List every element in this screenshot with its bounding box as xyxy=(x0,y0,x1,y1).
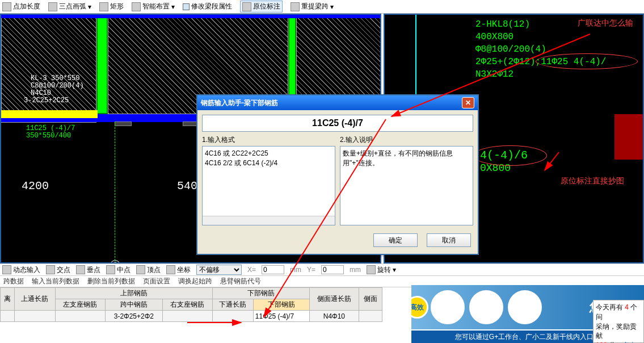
tool-three-arc[interactable]: 三点画弧▾ xyxy=(48,2,91,11)
snap-perp[interactable]: 垂点 xyxy=(76,265,100,275)
dialog-title-bar[interactable]: 钢筋输入助手-梁下部钢筋 ✕ xyxy=(197,95,478,110)
chevron-down-icon: ▾ xyxy=(171,3,175,11)
tab-page-setup[interactable]: 页面设置 xyxy=(143,277,170,286)
cell[interactable] xyxy=(1,311,15,322)
cell[interactable] xyxy=(55,311,105,322)
perp-icon xyxy=(76,265,85,274)
col-head[interactable]: 侧面 xyxy=(359,288,382,311)
col-head[interactable]: 侧面通长筋 xyxy=(309,288,359,311)
tool-label: 坐标 xyxy=(177,265,191,275)
tool-redo-span[interactable]: 重提梁跨▾ xyxy=(291,2,334,11)
chevron-down-icon: ▾ xyxy=(330,3,334,11)
beam-label: C8@100/200(4) xyxy=(31,82,84,90)
tab-swap-start[interactable]: 调换起始跨 xyxy=(178,277,212,286)
main-toolbar: 点加长度 三点画弧▾ 矩形 智能布置▾ 修改梁段属性 原位标注 重提梁跨▾ xyxy=(0,0,644,14)
grip xyxy=(115,122,132,126)
avatar xyxy=(508,290,542,324)
tab-cant-code[interactable]: 悬臂钢筋代号 xyxy=(220,277,261,286)
chevron-down-icon: ▾ xyxy=(393,266,396,274)
col-head[interactable]: 跨中钢筋 xyxy=(105,299,162,311)
tool-label: 原位标注 xyxy=(253,2,280,11)
checkbox-icon xyxy=(183,3,190,10)
offset-x-input[interactable] xyxy=(262,265,284,274)
beam-label: 400X800 xyxy=(475,32,513,42)
cell[interactable] xyxy=(14,311,55,322)
avatar xyxy=(469,290,503,324)
tool-label: 顶点 xyxy=(147,265,161,275)
cell[interactable]: 3-2Φ25+2Φ2 xyxy=(105,311,162,322)
rotate-button[interactable]: 旋转▾ xyxy=(367,265,396,275)
dyn-input-button[interactable]: 动态输入 xyxy=(2,265,40,275)
badge-icon: 高效 xyxy=(411,296,428,319)
tab-current-col[interactable]: 输入当前列数据 xyxy=(32,277,79,286)
cell[interactable] xyxy=(162,311,212,322)
cell[interactable] xyxy=(212,311,253,322)
cell[interactable]: N4Φ10 xyxy=(309,311,359,322)
col-head[interactable]: 下通长筋 xyxy=(212,299,253,311)
mark-icon xyxy=(242,2,251,11)
pink-block xyxy=(614,114,643,160)
format-list[interactable]: 4C16 或 2C22+2C25 4C16 2/2 或 6C14 (-2)/4 xyxy=(202,146,335,225)
col-head[interactable]: 上通长筋 xyxy=(14,288,55,311)
tool-smart-place[interactable]: 智能布置▾ xyxy=(132,2,175,11)
snap-mid[interactable]: 中点 xyxy=(106,265,131,275)
column xyxy=(96,15,108,114)
tool-label: 修改梁段属性 xyxy=(191,2,232,11)
col-head[interactable]: 左支座钢筋 xyxy=(55,299,105,311)
snap-toolbar: 动态输入 交点 垂点 中点 顶点 坐标 不偏移 X=mm Y=mm 旋转▾ xyxy=(0,263,644,276)
tool-edit-beam[interactable]: 修改梁段属性 xyxy=(183,2,232,11)
notice-line: 今天再有 4 个问 xyxy=(596,303,641,322)
beam xyxy=(1,15,381,18)
tool-label: 动态输入 xyxy=(13,265,40,275)
tool-label: 智能布置 xyxy=(142,2,170,11)
beam-label: Φ8@100/200(4) xyxy=(475,44,546,55)
snap-coord[interactable]: 坐标 xyxy=(166,265,191,275)
desc-heading: 2.输入说明 xyxy=(340,135,473,145)
scrollbar[interactable] xyxy=(203,216,335,225)
offset-y-input[interactable] xyxy=(321,265,344,274)
dialog-body: 1.输入格式 4C16 或 2C22+2C25 4C16 2/2 或 6C14 … xyxy=(197,110,478,254)
cancel-button[interactable]: 取消 xyxy=(427,233,471,247)
format-heading: 1.输入格式 xyxy=(202,135,335,145)
chevron-down-icon: ▾ xyxy=(88,3,91,11)
axis-line xyxy=(115,122,115,263)
tool-add-length[interactable]: 点加长度 xyxy=(2,2,40,11)
mid-icon xyxy=(106,265,115,274)
rect-icon xyxy=(99,2,108,11)
end-icon xyxy=(136,265,145,274)
offset-select[interactable]: 不偏移 xyxy=(196,265,242,275)
tool-rect[interactable]: 矩形 xyxy=(99,2,124,11)
cell-editing[interactable]: 11Φ25 (-4)/7 xyxy=(253,311,309,322)
notice-line: 100 分，点击查看 xyxy=(596,341,641,343)
table-row[interactable]: 3-2Φ25+2Φ2 11Φ25 (-4)/7 N4Φ10 xyxy=(1,311,382,322)
beam-label: 11C25 (-4)/7 xyxy=(26,124,75,132)
tab-span[interactable]: 跨数据 xyxy=(3,277,24,286)
beam-label: N3X2Φ12 xyxy=(475,69,513,80)
col-head[interactable]: 右支座钢筋 xyxy=(162,299,212,311)
col-head-active[interactable]: 下部钢筋 xyxy=(253,299,309,311)
rebar-input-dialog: 钢筋输入助手-梁下部钢筋 ✕ 1.输入格式 4C16 或 2C22+2C25 4… xyxy=(196,94,479,255)
dyn-icon xyxy=(2,265,11,274)
beam-label: 3-2C25+2C25 xyxy=(24,97,69,104)
snap-intersect[interactable]: 交点 xyxy=(46,265,70,275)
rebar-table[interactable]: 离 上通长筋 上部钢筋 下部钢筋 侧面通长筋 侧面 左支座钢筋 跨中钢筋 右支座… xyxy=(0,287,382,322)
tool-label: 点加长度 xyxy=(13,2,40,11)
dialog-title: 钢筋输入助手-梁下部钢筋 xyxy=(201,98,278,108)
smart-icon xyxy=(132,2,141,11)
close-icon[interactable]: ✕ xyxy=(462,97,474,108)
annotation: 广联达中怎么输 xyxy=(578,18,633,28)
reward-notice[interactable]: 今天再有 4 个问 采纳，奖励贡献 100 分，点击查看 xyxy=(593,300,644,343)
rebar-value-input[interactable] xyxy=(202,115,473,132)
ok-button[interactable]: 确定 xyxy=(373,233,418,247)
rotate-icon xyxy=(367,265,376,274)
dim-text: 540 xyxy=(177,179,197,193)
desc-box: 数量+级别+直径，有不同的钢筋信息用"+"连接。 xyxy=(340,146,473,225)
desc-text: 数量+级别+直径，有不同的钢筋信息用"+"连接。 xyxy=(343,149,453,167)
tool-label: 垂点 xyxy=(87,265,100,275)
snap-end[interactable]: 顶点 xyxy=(136,265,161,275)
cell[interactable] xyxy=(359,311,382,322)
tab-del-col[interactable]: 删除当前列数据 xyxy=(87,277,135,286)
tool-label: 交点 xyxy=(57,265,70,275)
tool-inplace-mark[interactable]: 原位标注 xyxy=(240,1,283,12)
tool-label: 三点画弧 xyxy=(59,2,86,11)
